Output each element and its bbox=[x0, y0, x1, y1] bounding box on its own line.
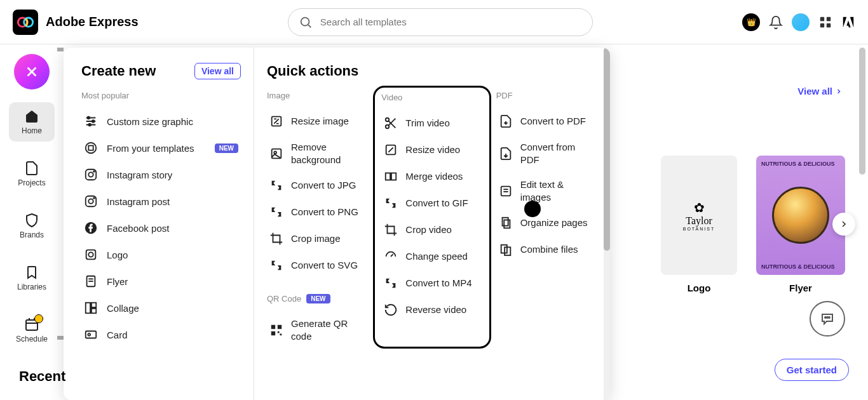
svg-rect-34 bbox=[92, 303, 96, 307]
adobe-express-logo-icon[interactable] bbox=[13, 10, 38, 35]
qa-reverse-video[interactable]: Reverse video bbox=[381, 297, 482, 323]
quick-actions-title: Quick actions bbox=[267, 63, 597, 79]
card-logo[interactable]: ✿ Taylor BOTANIST Logo bbox=[661, 156, 737, 293]
item-label: Instagram post bbox=[107, 196, 170, 207]
qa-convert-png[interactable]: Convert to PNG bbox=[267, 199, 368, 225]
combine-icon bbox=[499, 243, 513, 257]
qa-edit-text[interactable]: Edit text & images bbox=[496, 172, 597, 210]
facebook-icon bbox=[84, 221, 98, 235]
qa-resize-image[interactable]: Resize image bbox=[267, 108, 368, 135]
nav-label: Home bbox=[22, 126, 42, 135]
convert-icon bbox=[384, 196, 398, 210]
qa-label: Resize image bbox=[291, 115, 349, 128]
svg-point-19 bbox=[88, 124, 91, 126]
svg-point-17 bbox=[88, 117, 90, 119]
collage-icon bbox=[84, 301, 98, 315]
item-card[interactable]: Card bbox=[81, 321, 241, 348]
resize-icon bbox=[384, 143, 398, 157]
pages-icon bbox=[499, 216, 513, 230]
qa-combine-files[interactable]: Combine files bbox=[496, 236, 597, 263]
header-icons: 👑 bbox=[742, 13, 855, 31]
qa-convert-svg[interactable]: Convert to SVG bbox=[267, 252, 368, 279]
qa-label: Convert to PNG bbox=[291, 206, 358, 218]
apps-grid-icon[interactable] bbox=[818, 15, 832, 29]
svg-rect-28 bbox=[86, 250, 96, 260]
pdf-column: PDF Convert to PDF Convert from PDF Edit… bbox=[496, 91, 597, 349]
qa-label: Change speed bbox=[405, 250, 468, 263]
view-all-button[interactable]: View all bbox=[194, 63, 241, 79]
qa-convert-gif[interactable]: Convert to GIF bbox=[381, 190, 482, 217]
sliders-icon bbox=[84, 114, 98, 128]
merge-icon bbox=[384, 170, 398, 183]
get-started-button[interactable]: Get started bbox=[775, 359, 849, 381]
qa-crop-image[interactable]: Crop image bbox=[267, 225, 368, 252]
qa-merge-videos[interactable]: Merge videos bbox=[381, 163, 482, 190]
user-avatar[interactable] bbox=[792, 13, 810, 31]
qa-label: Convert to PDF bbox=[520, 115, 586, 128]
search-bar[interactable] bbox=[288, 8, 593, 36]
qa-label: Crop video bbox=[405, 223, 452, 236]
sidebar-item-projects[interactable]: Projects bbox=[9, 154, 55, 194]
svg-rect-6 bbox=[820, 23, 824, 27]
qa-label: Convert to SVG bbox=[291, 259, 358, 272]
carousel-next-button[interactable] bbox=[832, 213, 855, 236]
crop-icon bbox=[384, 223, 398, 237]
search-input[interactable] bbox=[320, 17, 582, 27]
item-from-templates[interactable]: From your templatesNEW bbox=[81, 135, 241, 161]
qa-change-speed[interactable]: Change speed bbox=[381, 243, 482, 270]
item-flyer[interactable]: Flyer bbox=[81, 268, 241, 295]
sidebar-item-brands[interactable]: Brands bbox=[9, 206, 55, 246]
item-instagram-story[interactable]: Instagram story bbox=[81, 161, 241, 188]
svg-rect-44 bbox=[278, 331, 280, 333]
resize-icon bbox=[269, 114, 283, 128]
svg-rect-4 bbox=[820, 17, 824, 20]
search-wrap bbox=[139, 8, 742, 36]
right-content: View all ✿ Taylor BOTANIST Logo NUTRITIO… bbox=[619, 48, 868, 400]
item-instagram-post[interactable]: Instagram post bbox=[81, 188, 241, 215]
qa-organize-pages[interactable]: Organize pages bbox=[496, 210, 597, 236]
panel-scrollbar[interactable] bbox=[604, 48, 610, 400]
shield-icon bbox=[24, 213, 39, 228]
close-button[interactable] bbox=[14, 54, 50, 90]
sidebar-item-libraries[interactable]: Libraries bbox=[9, 258, 55, 298]
template-cards: ✿ Taylor BOTANIST Logo NUTRITIOUS & DELI… bbox=[661, 156, 845, 293]
qa-convert-to-pdf[interactable]: Convert to PDF bbox=[496, 108, 597, 135]
scissors-icon bbox=[384, 116, 398, 130]
svg-rect-7 bbox=[827, 23, 831, 27]
chat-icon bbox=[820, 311, 835, 326]
qa-qr-code[interactable]: Generate QR code bbox=[267, 311, 368, 349]
view-all-link[interactable]: View all bbox=[797, 86, 843, 97]
svg-rect-57 bbox=[502, 218, 508, 226]
qa-label: Merge videos bbox=[405, 170, 463, 183]
qa-convert-from-pdf[interactable]: Convert from PDF bbox=[496, 135, 597, 172]
sidebar-scrollbar[interactable] bbox=[57, 48, 64, 340]
qa-label: Edit text & images bbox=[520, 178, 590, 203]
item-collage[interactable]: Collage bbox=[81, 295, 241, 321]
item-custom-size[interactable]: Custom size graphic bbox=[81, 108, 241, 135]
adobe-icon[interactable] bbox=[841, 15, 855, 29]
speed-icon bbox=[384, 250, 398, 263]
sidebar-nav: Home Projects Brands Libraries Schedule bbox=[0, 44, 64, 400]
nav-label: Libraries bbox=[17, 283, 46, 291]
svg-point-26 bbox=[93, 197, 95, 199]
qa-resize-video[interactable]: Resize video bbox=[381, 137, 482, 163]
item-logo[interactable]: Logo bbox=[81, 241, 241, 268]
home-icon bbox=[24, 109, 39, 124]
bell-icon[interactable] bbox=[769, 15, 783, 29]
svg-point-63 bbox=[829, 317, 830, 318]
premium-badge-icon[interactable]: 👑 bbox=[742, 13, 760, 31]
qa-trim-video[interactable]: Trim video bbox=[381, 110, 482, 137]
qa-crop-video[interactable]: Crop video bbox=[381, 217, 482, 243]
chat-button[interactable] bbox=[810, 301, 845, 337]
sidebar-item-schedule[interactable]: Schedule bbox=[9, 310, 55, 350]
qa-remove-bg[interactable]: Remove background bbox=[267, 135, 368, 172]
qa-convert-jpg[interactable]: Convert to JPG bbox=[267, 172, 368, 199]
card-flyer[interactable]: NUTRITIOUS & DELICIOUS NUTRITIOUS & DELI… bbox=[756, 156, 845, 293]
right-scrollbar[interactable] bbox=[859, 48, 865, 400]
item-facebook-post[interactable]: Facebook post bbox=[81, 215, 241, 241]
item-label: Logo bbox=[107, 250, 128, 260]
qa-convert-mp4[interactable]: Convert to MP4 bbox=[381, 270, 482, 297]
flyer-thumb: NUTRITIOUS & DELICIOUS NUTRITIOUS & DELI… bbox=[756, 156, 845, 275]
sidebar-item-home[interactable]: Home bbox=[9, 102, 55, 142]
qa-label: Convert from PDF bbox=[520, 141, 590, 166]
